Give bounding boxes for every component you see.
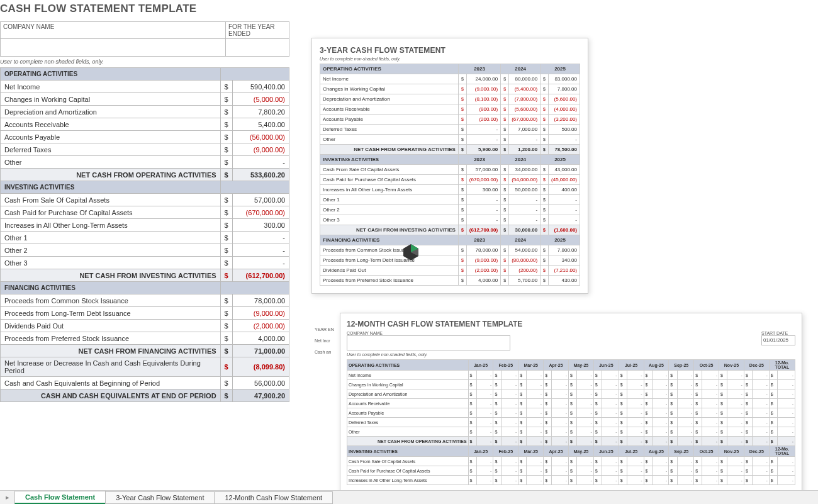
- company-label: COMPANY NAME: [347, 331, 510, 335]
- note: User to complete non-shaded fields, only…: [347, 352, 795, 357]
- tab-twelve-month[interactable]: 12-Month Cash Flow Statement: [214, 491, 333, 504]
- twelve-month-table: OPERATING ACTIVITIES Jan-25Feb-25Mar-25 …: [347, 359, 795, 485]
- header-labels: COMPANY NAME FOR THE YEAR ENDED: [0, 21, 289, 39]
- three-year-panel: 3-YEAR CASH FLOW STATEMENT User to compl…: [311, 38, 588, 294]
- row-label: Net Income: [1, 81, 221, 93]
- header-inputs: [0, 39, 289, 57]
- twelve-month-title: 12-MONTH CASH FLOW STATEMENT TEMPLATE: [347, 320, 795, 328]
- company-name-label: COMPANY NAME: [1, 22, 226, 38]
- cell[interactable]: 590,400.00: [232, 81, 289, 93]
- tab-cash-flow[interactable]: Cash Flow Statement: [14, 491, 106, 504]
- subtotal-financing: NET CASH FROM FINANCING ACTIVITIES: [1, 345, 221, 357]
- cash-flow-table: OPERATING ACTIVITIES Net Income$590,400.…: [0, 67, 289, 402]
- company-name-input[interactable]: [1, 39, 226, 56]
- twelve-month-panel: 12-MONTH CASH FLOW STATEMENT TEMPLATE CO…: [340, 313, 802, 493]
- company-input[interactable]: [347, 335, 510, 350]
- section-financing: FINANCING ACTIVITIES: [1, 282, 221, 294]
- instruction-note: User to complete non-shaded fields, only…: [0, 59, 289, 65]
- section-operating: OPERATING ACTIVITIES: [1, 68, 221, 81]
- three-year-title: 3-YEAR CASH FLOW STATEMENT: [320, 46, 580, 55]
- three-year-table: OPERATING ACTIVITIES 2023 2024 2025 Net …: [320, 64, 580, 286]
- tab-nav-prev-icon[interactable]: ▸: [0, 493, 15, 501]
- tab-three-year[interactable]: 3-Year Cash Flow Statement: [105, 491, 215, 504]
- subtotal-operating: NET CASH FROM OPERATING ACTIVITIES: [1, 169, 221, 181]
- sheet-tabs: ▸ Cash Flow Statement 3-Year Cash Flow S…: [0, 490, 818, 504]
- main-title: CASH FLOW STATEMENT TEMPLATE: [0, 3, 289, 15]
- start-date-label: START DATE: [761, 331, 795, 335]
- note: User to complete non-shaded fields, only…: [320, 57, 580, 61]
- net-change-row: Net Increase or Decrease In Cash and Cas…: [1, 357, 221, 377]
- section-investing: INVESTING ACTIVITIES: [1, 181, 221, 194]
- m12-netinc: Net Income$-$-$-$-$-$-$-$-$-$-$-$-$-: [347, 371, 795, 380]
- subtotal-investing: NET CASH FROM INVESTING ACTIVITIES: [1, 269, 221, 282]
- end-cash-row: CASH AND CASH EQUIVALENTS AT END OF PERI…: [1, 389, 221, 402]
- year-ended-label: FOR THE YEAR ENDED: [226, 22, 289, 38]
- hidden-fragment: YEAR EN Net Incr Cash an: [315, 324, 340, 358]
- hexagon-logo-icon: [401, 243, 420, 262]
- year-ended-input[interactable]: [226, 39, 289, 56]
- cash-flow-main-panel: CASH FLOW STATEMENT TEMPLATE COMPANY NAM…: [0, 3, 289, 402]
- start-date-input[interactable]: 01/01/2025: [761, 335, 795, 345]
